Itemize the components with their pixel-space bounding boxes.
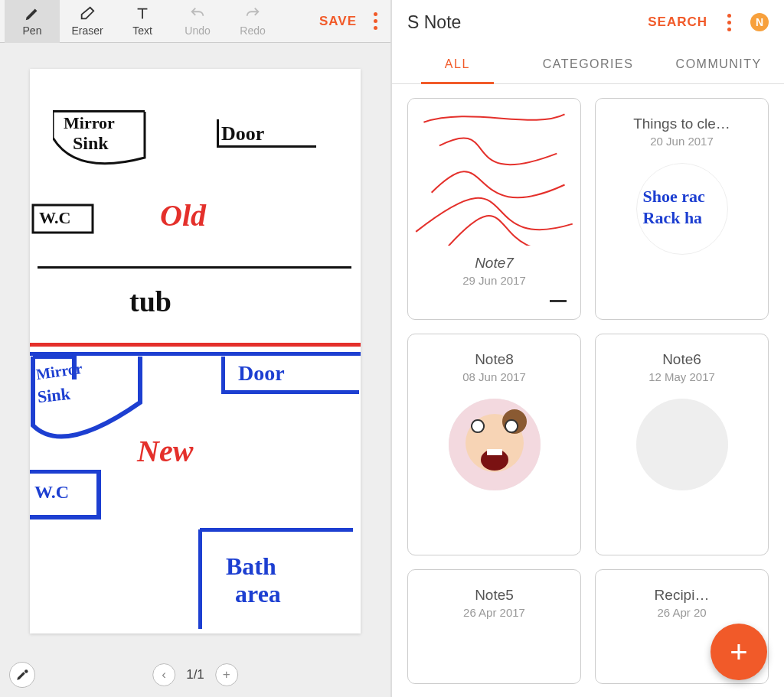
scribble-icon xyxy=(408,99,580,246)
note-thumbnail xyxy=(408,99,580,246)
hand-label: Door xyxy=(221,122,264,145)
canvas-area: Mirror Sink Door W.C Old tub Mirror Sink… xyxy=(0,43,390,697)
note-meta: Note5 26 Apr 2017 xyxy=(408,570,580,625)
note-title: Things to cle… xyxy=(596,116,768,132)
note-thumbnail: Shoe rac Rack ha xyxy=(596,154,768,276)
tool-eraser[interactable]: Eraser xyxy=(60,0,115,43)
circle-thumb xyxy=(449,399,541,490)
hand-label: Door xyxy=(238,361,285,386)
note-card[interactable]: Note8 08 Jun 2017 xyxy=(407,334,581,555)
hand-label: Old xyxy=(160,197,206,233)
note-title: Note6 xyxy=(596,351,768,368)
redo-icon xyxy=(244,5,261,22)
tool-text[interactable]: Text xyxy=(115,0,170,43)
hand-label: Sink xyxy=(37,384,71,407)
note-thumbnail xyxy=(408,389,580,512)
stroke xyxy=(38,266,351,269)
note-title: Note7 xyxy=(408,255,580,272)
pen-star-icon xyxy=(15,668,29,682)
note-card[interactable]: Note5 26 Apr 2017 xyxy=(407,569,581,684)
note-meta: Things to cle… 20 Jun 2017 xyxy=(596,99,768,154)
note-card[interactable]: Note7 29 Jun 2017 xyxy=(407,98,581,320)
drawing-canvas[interactable]: Mirror Sink Door W.C Old tub Mirror Sink… xyxy=(30,69,361,633)
svg-point-1 xyxy=(24,669,28,673)
notes-grid: Note7 29 Jun 2017 Things to cle… 20 Jun … xyxy=(392,84,784,697)
eraser-icon xyxy=(79,5,96,22)
dot-icon xyxy=(374,26,377,30)
note-title: Recipi… xyxy=(596,587,768,604)
svg-rect-7 xyxy=(487,449,502,455)
page-add-button[interactable]: + xyxy=(215,663,238,686)
tool-text-label: Text xyxy=(132,24,152,37)
dot-icon xyxy=(374,19,377,23)
pen-icon xyxy=(24,5,41,22)
hand-label: W.C xyxy=(39,208,70,228)
editor-toolbar: Pen Eraser Text Undo Redo SAVE xyxy=(0,0,390,43)
note-card[interactable]: Note6 12 May 2017 xyxy=(595,334,769,555)
stroke xyxy=(221,390,359,394)
note-thumbnail xyxy=(596,389,768,512)
tool-undo[interactable]: Undo xyxy=(170,0,225,43)
note-title: Note8 xyxy=(408,351,580,368)
pager: ‹ 1/1 + xyxy=(152,663,238,686)
tab-community[interactable]: COMMUNITY xyxy=(653,44,784,83)
cartoon-face-icon xyxy=(449,399,541,490)
tool-pen-label: Pen xyxy=(23,24,42,37)
tool-undo-label: Undo xyxy=(185,24,210,37)
hand-label: area xyxy=(235,580,281,608)
note-meta: Note7 29 Jun 2017 xyxy=(408,246,580,319)
note-date: 12 May 2017 xyxy=(596,370,768,383)
dot-icon xyxy=(727,21,731,24)
stroke xyxy=(30,343,361,347)
stroke xyxy=(221,357,225,392)
note-title: Note5 xyxy=(408,587,580,604)
plus-icon: + xyxy=(730,635,747,669)
note-thumbnail xyxy=(408,625,580,684)
profile-badge[interactable]: N xyxy=(750,13,769,31)
note-date: 26 Apr 20 xyxy=(596,606,768,619)
editor-more-menu[interactable] xyxy=(364,12,386,30)
hand-label: Bath xyxy=(226,552,276,581)
editor-pane: Pen Eraser Text Undo Redo SAVE Mirro xyxy=(0,0,392,697)
app-title: S Note xyxy=(407,12,461,33)
hand-label: W.C xyxy=(34,482,69,503)
note-meta: Recipi… 26 Apr 20 xyxy=(596,570,768,625)
save-button[interactable]: SAVE xyxy=(312,14,364,29)
note-date: 20 Jun 2017 xyxy=(596,135,768,148)
hand-label: New xyxy=(137,433,193,469)
text-icon xyxy=(134,5,151,22)
tab-all[interactable]: ALL xyxy=(392,44,523,83)
tabs: ALL CATEGORIES COMMUNITY xyxy=(392,44,784,84)
circle-thumb: Shoe rac Rack ha xyxy=(636,163,728,255)
note-card[interactable]: Things to cle… 20 Jun 2017 Shoe rac Rack… xyxy=(595,98,769,320)
stroke xyxy=(550,300,567,302)
dot-icon xyxy=(727,14,731,18)
page-indicator: 1/1 xyxy=(186,667,204,682)
list-more-menu[interactable] xyxy=(718,14,740,31)
note-meta: Note6 12 May 2017 xyxy=(596,334,768,389)
stroke xyxy=(217,145,316,148)
add-note-fab[interactable]: + xyxy=(710,624,767,680)
note-date: 08 Jun 2017 xyxy=(408,370,580,383)
search-button[interactable]: SEARCH xyxy=(648,15,707,30)
hand-label: tub xyxy=(129,285,172,318)
list-header: S Note SEARCH N xyxy=(392,0,784,44)
tool-pen[interactable]: Pen xyxy=(5,0,60,43)
tab-categories[interactable]: CATEGORIES xyxy=(523,44,654,83)
thumb-text: Shoe rac xyxy=(643,187,705,207)
thumb-text: Rack ha xyxy=(643,208,703,228)
circle-thumb xyxy=(636,399,728,490)
dot-icon xyxy=(727,28,731,31)
tool-redo-label: Redo xyxy=(240,24,265,37)
tool-eraser-label: Eraser xyxy=(71,24,103,37)
dot-icon xyxy=(374,12,377,16)
page-prev-button[interactable]: ‹ xyxy=(152,663,175,686)
stroke xyxy=(217,119,219,145)
note-date: 26 Apr 2017 xyxy=(408,606,580,619)
pen-settings-button[interactable] xyxy=(9,662,35,688)
stroke xyxy=(53,112,160,173)
undo-icon xyxy=(189,5,206,22)
tool-redo[interactable]: Redo xyxy=(225,0,280,43)
list-pane: S Note SEARCH N ALL CATEGORIES COMMUNITY… xyxy=(392,0,784,697)
note-date: 29 Jun 2017 xyxy=(408,274,580,287)
